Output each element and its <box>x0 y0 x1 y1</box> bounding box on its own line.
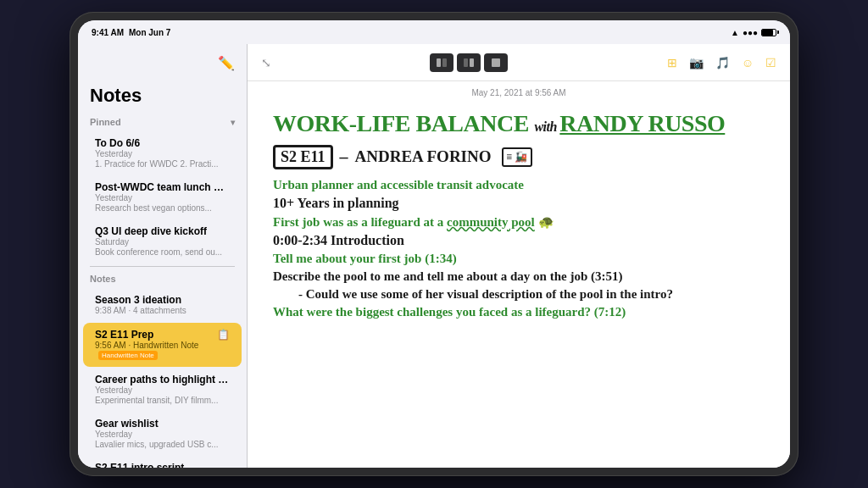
note-line-5: Tell me about your first job (1:34) <box>273 252 765 266</box>
note-line-1: Urban planner and accessible transit adv… <box>273 178 765 192</box>
note-subtitle: S2 E11 – ANDREA FORINO ≡ 🚂 <box>273 145 765 169</box>
note-meta: Yesterday <box>95 149 230 158</box>
list-item[interactable]: S2 E11 intro script Yesterday When you t… <box>83 456 242 469</box>
list-item[interactable]: Season 3 ideation 9:38 AM · 4 attachment… <box>83 288 242 322</box>
device-screen: 9:41 AM Mon Jun 7 ▲ ●●● ✏️ Notes <box>78 20 790 468</box>
ipad-frame: 9:41 AM Mon Jun 7 ▲ ●●● ✏️ Notes <box>70 12 798 476</box>
list-item[interactable]: Post-WWDC team lunch planning Yesterday … <box>83 175 242 219</box>
svg-rect-4 <box>492 58 500 67</box>
note-meta: Yesterday <box>95 430 230 439</box>
list-item[interactable]: Career paths to highlight S3 Yesterday E… <box>83 368 242 411</box>
svg-rect-1 <box>442 58 447 67</box>
toolbar-right: ⊞ 📷 🎵 ☺ ☑ <box>667 56 776 69</box>
section-divider <box>90 266 235 267</box>
toolbar-center <box>430 53 508 72</box>
status-bar: 9:41 AM Mon Jun 7 ▲ ●●● <box>78 20 790 44</box>
train-icon: ≡ 🚂 <box>502 147 533 167</box>
sidebar-title: Notes <box>78 81 247 114</box>
battery-icon <box>761 29 776 36</box>
main-toolbar: ⤡ <box>248 44 790 81</box>
camera-icon[interactable]: 📷 <box>689 56 704 69</box>
list-item[interactable]: Gear wishlist Yesterday Lavalier mics, u… <box>83 412 242 455</box>
handwriting-badge: Handwritten Note <box>98 351 158 360</box>
new-note-icon[interactable]: ✏️ <box>218 55 235 71</box>
svg-rect-0 <box>437 58 441 67</box>
sidebar: ✏️ Notes Pinned ▾ To Do 6/6 Yesterday 1.… <box>78 44 248 468</box>
list-item-active[interactable]: S2 E11 Prep 📋 9:56 AM · Handwritten Note… <box>83 323 242 367</box>
note-title: Q3 UI deep dive kickoff <box>95 225 230 237</box>
note-title: Career paths to highlight S3 <box>95 374 230 385</box>
note-meta: Yesterday <box>95 385 230 395</box>
table-insert-icon[interactable]: ⊞ <box>667 56 677 69</box>
view-mode-center[interactable] <box>457 53 481 72</box>
note-meta: Yesterday <box>95 193 230 202</box>
note-canvas[interactable]: WORK-LIFE BALANCE with RANDY RUSSO S2 E1… <box>248 101 790 468</box>
note-preview: Research best vegan options... <box>95 203 230 213</box>
note-title: To Do 6/6 <box>95 137 230 149</box>
list-item[interactable]: To Do 6/6 Yesterday 1. Practice for WWDC… <box>83 131 242 175</box>
media-icon[interactable]: 🎵 <box>715 56 730 69</box>
note-line-2: 10+ Years in planning <box>273 196 765 211</box>
title-name: RANDY RUSSO <box>559 110 725 136</box>
note-title: S2 E11 Prep <box>95 329 153 341</box>
view-mode-right[interactable] <box>484 53 508 72</box>
guest-name: ANDREA FORINO <box>355 147 492 166</box>
signal-icon: ●●● <box>743 28 758 37</box>
svg-rect-2 <box>464 58 468 67</box>
status-right: ▲ ●●● <box>731 28 776 37</box>
status-left: 9:41 AM Mon Jun 7 <box>92 28 170 37</box>
checklist-icon[interactable]: ☑ <box>765 56 776 69</box>
note-meta: 9:38 AM · 4 attachments <box>95 306 230 315</box>
note-timestamp: May 21, 2021 at 9:56 AM <box>248 81 790 101</box>
notes-section-header: Notes <box>78 270 247 287</box>
note-title: S2 E11 intro script <box>95 462 230 469</box>
note-preview: Experimental transit, DIY filmm... <box>95 396 230 405</box>
wifi-icon: ▲ <box>731 28 739 37</box>
note-preview: Lavalier mics, upgraded USB c... <box>95 440 230 449</box>
note-title: Season 3 ideation <box>95 294 230 306</box>
chevron-icon[interactable]: ▾ <box>231 118 235 127</box>
note-preview: Book conference room, send ou... <box>95 247 230 257</box>
status-time: 9:41 AM <box>92 28 124 37</box>
episode-box: S2 E11 <box>273 145 333 169</box>
back-icon[interactable]: ⤡ <box>261 56 271 69</box>
note-line-7: - Could we use some of her visual descri… <box>273 287 765 302</box>
sidebar-toolbar: ✏️ <box>78 44 247 81</box>
note-line-3: First job was as a lifeguard at a commun… <box>273 214 765 230</box>
note-line-6: Describe the pool to me and tell me abou… <box>273 269 765 284</box>
note-main-title: WORK-LIFE BALANCE with RANDY RUSSO <box>273 109 765 138</box>
sidebar-scroll[interactable]: Pinned ▾ To Do 6/6 Yesterday 1. Practice… <box>78 114 247 468</box>
emoji-icon[interactable]: ☺ <box>742 56 754 69</box>
main-content: ⤡ <box>248 44 790 468</box>
note-meta: 9:56 AM · Handwritten Note Handwritten N… <box>95 341 230 360</box>
svg-rect-3 <box>470 58 474 67</box>
note-meta: Saturday <box>95 237 230 247</box>
note-title: Post-WWDC team lunch planning <box>95 181 230 193</box>
note-title: Gear wishlist <box>95 418 230 430</box>
list-item[interactable]: Q3 UI deep dive kickoff Saturday Book co… <box>83 219 242 263</box>
view-mode-left[interactable] <box>430 53 453 72</box>
status-date: Mon Jun 7 <box>129 28 170 37</box>
title-green-part: WORK-LIFE BALANCE <box>273 110 529 136</box>
note-line-8: What were the biggest challenges you fac… <box>273 305 765 319</box>
note-preview: 1. Practice for WWDC 2. Practi... <box>95 159 230 169</box>
note-line-4: 0:00-2:34 Introduction <box>273 233 765 248</box>
pinned-section-header: Pinned ▾ <box>78 114 247 130</box>
app-container: ✏️ Notes Pinned ▾ To Do 6/6 Yesterday 1.… <box>78 44 790 468</box>
